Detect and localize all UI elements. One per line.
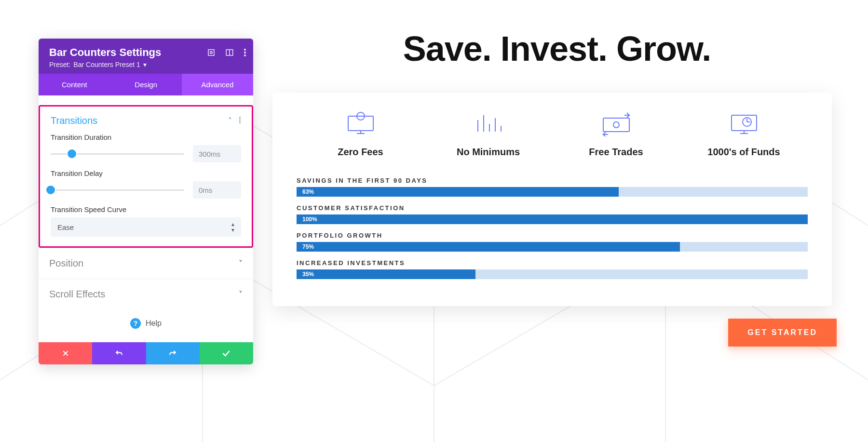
- bar-fill: 35%: [297, 269, 475, 279]
- chevron-down-icon: ˅: [239, 290, 243, 299]
- bar-percent: 35%: [297, 271, 314, 278]
- tab-design[interactable]: Design: [110, 74, 182, 95]
- select-caret-icon: ▴▾: [231, 221, 234, 233]
- bar-percent: 63%: [297, 188, 314, 195]
- help-icon: ?: [130, 318, 141, 329]
- bar-fill: 100%: [297, 214, 808, 224]
- caret-down-icon: ▾: [143, 61, 147, 68]
- svg-point-1: [210, 52, 213, 54]
- bar-item: CUSTOMER SATISFACTION 100%: [297, 204, 808, 224]
- transition-speed-curve-label: Transition Speed Curve: [51, 205, 241, 214]
- preset-name: Bar Counters Preset 1: [73, 61, 140, 68]
- svg-point-9: [239, 121, 241, 123]
- get-started-button[interactable]: GET STARTED: [728, 319, 837, 347]
- svg-rect-12: [348, 116, 373, 131]
- transition-duration-slider[interactable]: [51, 149, 184, 159]
- svg-point-5: [244, 52, 246, 54]
- feature-label: No Minimums: [424, 147, 552, 158]
- help-label: Help: [146, 319, 162, 328]
- layout-columns-icon[interactable]: [225, 48, 234, 57]
- panel-header: Bar Counters Settings Preset: Bar Counte…: [39, 39, 253, 74]
- svg-rect-0: [208, 50, 214, 55]
- expand-icon[interactable]: [207, 48, 216, 57]
- panel-tabs: Content Design Advanced: [39, 74, 253, 95]
- svg-rect-21: [603, 118, 629, 132]
- page-preview: Save. Invest. Grow. Zero Fees No Minimum…: [272, 29, 841, 347]
- bar-item: PORTFOLIO GROWTH 75%: [297, 232, 808, 252]
- speed-curve-value: Ease: [57, 223, 74, 231]
- svg-point-4: [244, 49, 246, 51]
- collapse-chevron-icon[interactable]: ˄: [228, 116, 232, 125]
- bar-item: INCREASED INVESTMENTS 35%: [297, 259, 808, 279]
- feature-no-minimums: No Minimums: [424, 110, 552, 158]
- bar-fill: 63%: [297, 187, 619, 197]
- section-more-icon[interactable]: [239, 116, 241, 126]
- save-button[interactable]: [200, 342, 253, 364]
- feature-label: Zero Fees: [297, 147, 424, 158]
- transition-delay-value[interactable]: 0ms: [193, 181, 241, 199]
- bar-title: CUSTOMER SATISFACTION: [297, 204, 808, 212]
- svg-point-8: [239, 119, 241, 121]
- feature-label: 1000's of Funds: [680, 147, 808, 158]
- position-section[interactable]: Position ˅: [39, 248, 253, 279]
- tab-content[interactable]: Content: [39, 74, 110, 95]
- transition-delay-label: Transition Delay: [51, 169, 241, 177]
- bar-track: 63%: [297, 187, 808, 197]
- chevron-down-icon: ˅: [239, 259, 243, 268]
- bar-counters: SAVINGS IN THE FIRST 90 DAYS 63% CUSTOME…: [297, 177, 808, 279]
- svg-rect-23: [732, 115, 757, 131]
- svg-point-6: [244, 54, 246, 56]
- feature-thousands-funds: 1000's of Funds: [680, 110, 808, 158]
- feature-label: Free Trades: [552, 147, 680, 158]
- bar-percent: 100%: [297, 216, 317, 223]
- bar-track: 75%: [297, 242, 808, 252]
- transition-duration-value[interactable]: 300ms: [193, 145, 241, 162]
- feature-free-trades: Free Trades: [552, 110, 680, 158]
- transitions-title: Transitions: [51, 115, 97, 126]
- bar-track: 100%: [297, 214, 808, 224]
- preset-selector[interactable]: Preset: Bar Counters Preset 1 ▾: [49, 61, 147, 68]
- bar-fill: 75%: [297, 242, 680, 252]
- bar-item: SAVINGS IN THE FIRST 90 DAYS 63%: [297, 177, 808, 197]
- bar-title: SAVINGS IN THE FIRST 90 DAYS: [297, 177, 808, 184]
- bar-track: 35%: [297, 269, 808, 279]
- bar-chart-icon: [424, 110, 552, 138]
- panel-footer: [39, 342, 253, 364]
- transitions-section: Transitions ˄ Transition Duration 300ms: [39, 105, 253, 248]
- user-monitor-icon: [297, 110, 424, 138]
- cancel-button[interactable]: [39, 342, 92, 364]
- scroll-effects-title: Scroll Effects: [49, 289, 105, 300]
- help-link[interactable]: ? Help: [39, 309, 253, 342]
- position-title: Position: [49, 258, 83, 269]
- feature-row: Zero Fees No Minimums Free Trades: [297, 110, 808, 158]
- undo-button[interactable]: [92, 342, 146, 364]
- scroll-effects-section[interactable]: Scroll Effects ˅: [39, 279, 253, 309]
- clock-monitor-icon: [680, 110, 808, 138]
- svg-point-22: [613, 122, 619, 128]
- more-vertical-icon[interactable]: [244, 48, 246, 57]
- transition-duration-label: Transition Duration: [51, 133, 241, 141]
- feature-zero-fees: Zero Fees: [297, 110, 424, 158]
- bar-title: PORTFOLIO GROWTH: [297, 232, 808, 239]
- content-card: Zero Fees No Minimums Free Trades: [272, 93, 832, 306]
- svg-point-7: [239, 117, 241, 118]
- transition-delay-slider[interactable]: [51, 185, 184, 195]
- bar-title: INCREASED INVESTMENTS: [297, 259, 808, 267]
- transition-speed-curve-select[interactable]: Ease ▴▾: [51, 217, 241, 237]
- settings-panel: Bar Counters Settings Preset: Bar Counte…: [39, 39, 253, 364]
- tab-advanced[interactable]: Advanced: [182, 74, 253, 95]
- hero-title: Save. Invest. Grow.: [272, 29, 841, 68]
- bar-percent: 75%: [297, 243, 314, 250]
- preset-prefix: Preset:: [49, 61, 70, 68]
- money-transfer-icon: [552, 110, 680, 138]
- redo-button[interactable]: [146, 342, 200, 364]
